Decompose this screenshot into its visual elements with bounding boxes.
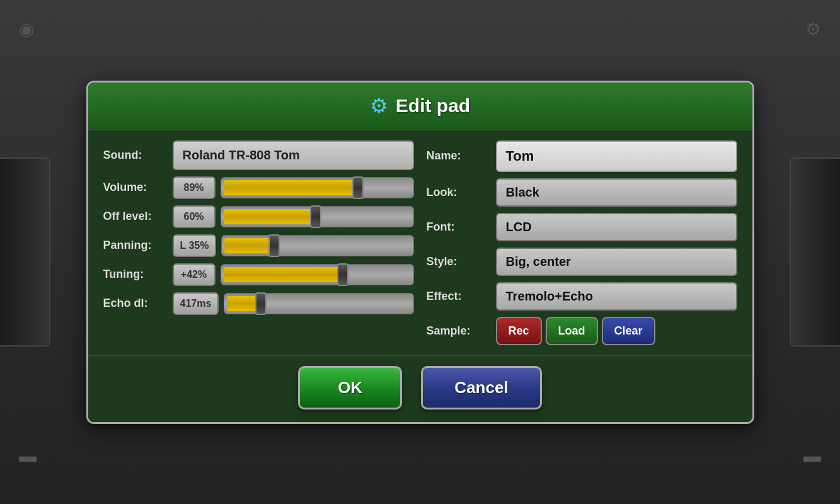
panning-label: Panning: [103,239,166,252]
name-label: Name: [427,149,490,163]
volume-label: Volume: [103,181,166,194]
effect-row: Effect: Tremolo+Echo [427,282,737,311]
sample-label: Sample: [427,324,490,338]
ok-button[interactable]: OK [298,366,402,410]
echo-row: Echo dl: 417ms [103,292,414,315]
sound-row: Sound: Roland TR-808 Tom [103,140,414,170]
font-row: Font: LCD [427,213,737,241]
device-background: ◉ ⚙ 🔈 ↺ ▬ ▬ ⚙ Edit pad Sound: Roland TR-… [0,0,840,504]
left-column: Sound: Roland TR-808 Tom Volume: 89% [103,140,414,345]
offlevel-slider-container: 60% [173,205,414,228]
panning-badge: L 35% [173,234,217,257]
dialog-title: Edit pad [396,95,470,117]
sound-field[interactable]: Roland TR-808 Tom [173,140,414,170]
right-column: Name: Tom Look: Black Font: LCD Style: B… [427,140,737,345]
sample-buttons: Rec Load Clear [496,317,655,345]
speaker-icon-tl: ◉ [19,19,34,40]
dialog-footer: OK Cancel [88,355,752,422]
volume-badge: 89% [173,176,216,199]
look-label: Look: [427,186,490,199]
dialog-header: ⚙ Edit pad [88,83,752,130]
panning-row: Panning: L 35% [103,234,414,257]
cancel-button[interactable]: Cancel [421,366,541,410]
volume-slider-track[interactable] [221,177,414,198]
slider-icon-bl: ▬ [19,446,37,466]
offlevel-slider-fill [224,209,316,224]
sound-label: Sound: [103,149,166,162]
volume-row: Volume: 89% [103,176,414,199]
volume-slider-thumb[interactable] [352,176,364,199]
offlevel-label: Off level: [103,210,166,223]
name-row: Name: Tom [427,140,737,172]
gear-icon-corner-tr: ⚙ [805,19,821,40]
echo-badge: 417ms [173,292,219,315]
load-button[interactable]: Load [546,317,598,345]
style-label: Style: [427,255,490,268]
panning-slider-track[interactable] [221,235,413,256]
look-row: Look: Black [427,178,737,207]
panning-slider-fill [224,238,274,253]
offlevel-badge: 60% [173,205,216,228]
tuning-slider-container: +42% [173,263,414,286]
style-row: Style: Big, center [427,248,737,276]
style-dropdown[interactable]: Big, center [496,248,737,276]
tuning-slider-track[interactable] [221,264,414,285]
effect-dropdown[interactable]: Tremolo+Echo [496,282,737,311]
offlevel-row: Off level: 60% [103,205,414,228]
echo-label: Echo dl: [103,297,166,310]
tuning-row: Tuning: +42% [103,263,414,286]
font-label: Font: [427,220,490,234]
edit-pad-dialog: ⚙ Edit pad Sound: Roland TR-808 Tom Volu… [86,81,754,424]
font-dropdown[interactable]: LCD [496,213,737,241]
name-field[interactable]: Tom [496,140,737,172]
panning-slider-container: L 35% [173,234,414,257]
tuning-label: Tuning: [103,268,166,281]
echo-slider-thumb[interactable] [255,292,267,315]
look-dropdown[interactable]: Black [496,178,737,207]
side-panel-left [0,158,50,346]
rec-button[interactable]: Rec [496,317,542,345]
side-panel-right [790,158,840,346]
volume-slider-container: 89% [173,176,414,199]
tuning-slider-fill [224,267,343,282]
panning-slider-thumb[interactable] [268,234,280,257]
clear-button[interactable]: Clear [602,317,655,345]
volume-slider-fill [224,180,359,195]
header-gear-icon: ⚙ [370,94,388,118]
tuning-badge: +42% [173,263,216,286]
echo-slider-container: 417ms [173,292,414,315]
tuning-slider-thumb[interactable] [337,263,348,286]
offlevel-slider-track[interactable] [221,206,414,227]
effect-label: Effect: [427,290,490,303]
slider-icon-br: ▬ [803,446,821,466]
dialog-body: Sound: Roland TR-808 Tom Volume: 89% [88,130,752,355]
echo-slider-track[interactable] [224,293,413,314]
offlevel-slider-thumb[interactable] [310,205,321,228]
sample-row: Sample: Rec Load Clear [427,317,737,345]
